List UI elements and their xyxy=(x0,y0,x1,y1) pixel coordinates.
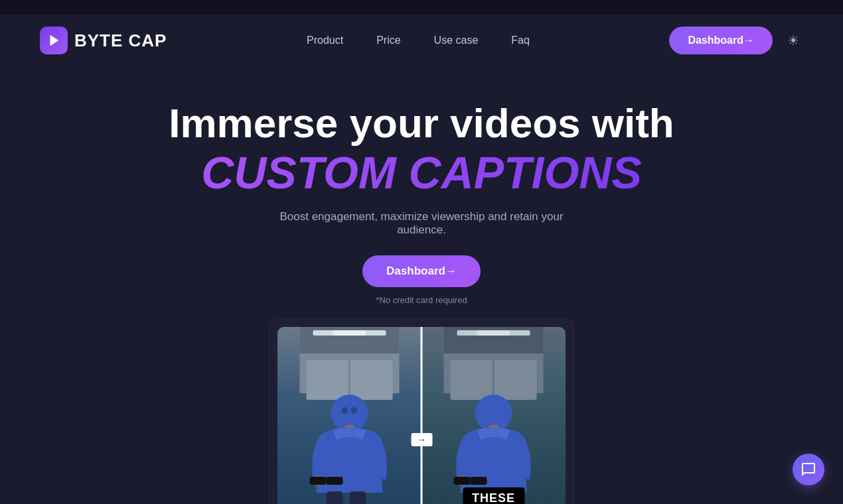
svg-rect-4 xyxy=(333,330,366,336)
dashboard-button[interactable]: Dashboard→ xyxy=(669,27,773,54)
logo[interactable]: BYTE CAP xyxy=(40,27,167,54)
svg-rect-20 xyxy=(477,330,510,336)
comparison-divider: → xyxy=(421,327,423,504)
nav-links: Product Price Use case Faq xyxy=(307,34,530,46)
logo-icon xyxy=(40,27,68,54)
comparison-right: THESE xyxy=(422,327,566,504)
comparison-left xyxy=(277,327,422,504)
chat-icon xyxy=(801,462,816,477)
comparison-inner: → xyxy=(277,327,566,504)
no-credit-card-text: *No credit card required xyxy=(376,295,467,305)
hero-subtitle: Boost engagement, maximize viewership an… xyxy=(256,210,587,237)
sun-icon: ☀ xyxy=(787,33,799,48)
nav-usecase[interactable]: Use case xyxy=(434,34,479,46)
hero-section: Immerse your videos with CUSTOM CAPTIONS… xyxy=(0,66,843,504)
svg-rect-14 xyxy=(350,491,366,504)
play-icon xyxy=(46,33,61,48)
nav-faq[interactable]: Faq xyxy=(511,34,530,46)
nav-product[interactable]: Product xyxy=(307,34,343,46)
video-caption: THESE xyxy=(463,487,524,504)
svg-rect-13 xyxy=(327,491,343,504)
divider-arrow: → xyxy=(411,433,432,446)
svg-rect-10 xyxy=(310,477,327,485)
video-comparison: → xyxy=(269,318,574,504)
hero-title-line1: Immerse your videos with xyxy=(169,100,674,146)
logo-text: BYTE CAP xyxy=(74,31,167,51)
svg-rect-26 xyxy=(454,477,471,485)
hero-title: Immerse your videos with CUSTOM CAPTIONS xyxy=(169,99,674,198)
svg-marker-0 xyxy=(50,35,59,46)
svg-rect-11 xyxy=(327,477,343,485)
svg-rect-27 xyxy=(471,477,487,485)
person-silhouette-left xyxy=(277,327,422,504)
top-bar xyxy=(0,0,843,15)
hero-cta-button[interactable]: Dashboard→ xyxy=(362,255,481,287)
person-silhouette-right xyxy=(422,327,566,504)
theme-toggle-button[interactable]: ☀ xyxy=(783,29,803,52)
nav-price[interactable]: Price xyxy=(376,34,400,46)
video-right-background: THESE xyxy=(422,327,566,504)
video-left-background xyxy=(277,327,422,504)
hero-title-highlight: CUSTOM CAPTIONS xyxy=(201,147,642,198)
svg-point-15 xyxy=(342,407,348,414)
chat-bubble-button[interactable] xyxy=(793,454,824,485)
svg-point-16 xyxy=(351,407,358,414)
nav-right: Dashboard→ ☀ xyxy=(669,27,803,54)
navbar: BYTE CAP Product Price Use case Faq Dash… xyxy=(0,15,843,66)
